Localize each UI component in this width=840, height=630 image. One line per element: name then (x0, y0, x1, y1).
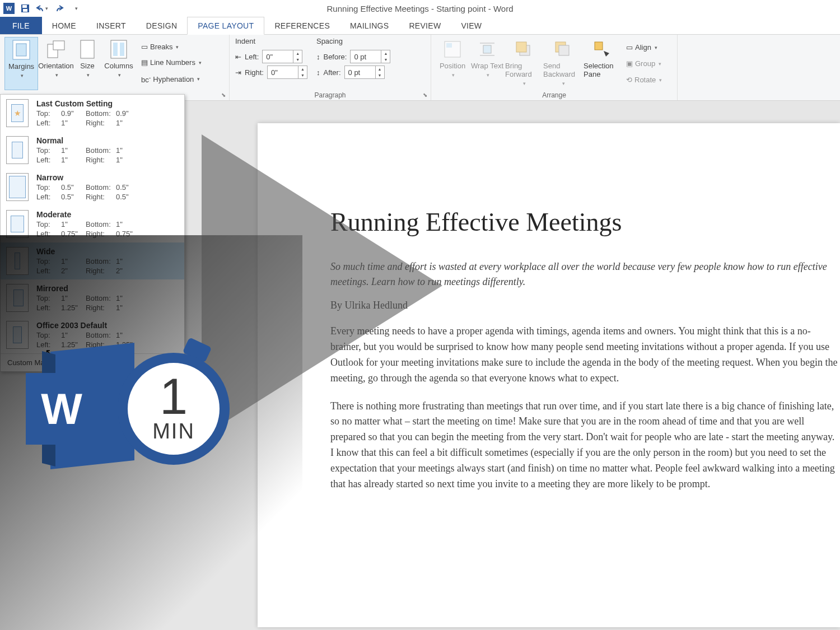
save-icon[interactable] (19, 2, 31, 15)
indent-label: Indent (235, 37, 307, 45)
margin-option-mirrored[interactable]: MirroredTop:1"Bottom:1"Left:1.25"Right:1… (1, 279, 184, 316)
svg-rect-4 (16, 44, 26, 56)
margins-dropdown[interactable]: ★Last Custom SettingTop:0.9"Bottom:0.9"L… (0, 94, 185, 372)
qat-customize[interactable]: ▾ (69, 2, 82, 15)
svg-rect-2 (23, 9, 27, 12)
rotate-icon: ⟲ (626, 76, 632, 84)
spacing-after-input[interactable]: 0 pt▲▼ (344, 66, 385, 79)
position-button[interactable]: Position▾ (436, 37, 469, 90)
paragraph-launcher[interactable]: ⬊ (423, 92, 427, 98)
group-label-paragraph: Paragraph (235, 90, 425, 99)
redo-button[interactable] (53, 2, 65, 15)
hyphenation-icon: bc- (141, 74, 151, 84)
breaks-button[interactable]: ▭Breaks▾ (139, 41, 204, 52)
svg-rect-1 (22, 5, 27, 8)
svg-rect-6 (53, 41, 64, 50)
line-numbers-button[interactable]: ▤Line Numbers▾ (139, 57, 204, 68)
send-backward-button[interactable]: Send Backward▾ (543, 37, 582, 90)
margin-option-moderate[interactable]: ModerateTop:1"Bottom:1"Left:0.75"Right:0… (1, 206, 184, 242)
tab-mailings[interactable]: MAILINGS (340, 17, 399, 34)
orientation-button[interactable]: Orientation▾ (39, 37, 73, 90)
hyphenation-button[interactable]: bc-Hyphenation▾ (139, 73, 204, 85)
indent-left-icon: ⇤ (235, 53, 241, 61)
tab-design[interactable]: DESIGN (136, 17, 187, 34)
svg-rect-17 (516, 42, 526, 52)
svg-rect-19 (559, 45, 569, 55)
group-icon: ▣ (626, 59, 633, 68)
doc-heading: Running Effective Meetings (330, 207, 840, 237)
indent-right-icon: ⇥ (235, 68, 241, 77)
indent-left-input[interactable]: 0"▲▼ (262, 50, 302, 63)
columns-button[interactable]: Columns▾ (102, 37, 136, 90)
align-button[interactable]: ▭Align▾ (624, 42, 664, 53)
ribbon: Margins▾ Orientation▾ Size▾ Columns▾ ▭Br… (0, 35, 840, 101)
ribbon-tabs: FILE HOME INSERT DESIGN PAGE LAYOUT REFE… (0, 17, 840, 35)
line-numbers-icon: ▤ (141, 58, 148, 67)
spacing-before-icon: ↕ (316, 53, 320, 61)
page[interactable]: Running Effective Meetings So much time … (258, 123, 840, 627)
spacing-before-input[interactable]: 0 pt▲▼ (350, 50, 390, 63)
margin-option-normal[interactable]: NormalTop:1"Bottom:1"Left:1"Right:1" (1, 132, 184, 169)
position-icon (442, 39, 463, 59)
send-backward-icon (553, 39, 573, 59)
spacing-label: Spacing (316, 37, 390, 45)
margin-option-last-custom-setting[interactable]: ★Last Custom SettingTop:0.9"Bottom:0.9"L… (1, 95, 184, 132)
size-button[interactable]: Size▾ (74, 37, 101, 90)
svg-rect-20 (595, 42, 603, 50)
margins-button[interactable]: Margins▾ (4, 37, 38, 90)
svg-rect-13 (483, 45, 491, 53)
spacing-after-icon: ↕ (316, 68, 320, 77)
tab-review[interactable]: REVIEW (399, 17, 451, 34)
pagesetup-launcher[interactable]: ⬊ (221, 92, 226, 98)
tab-file[interactable]: FILE (0, 17, 42, 34)
tab-page-layout[interactable]: PAGE LAYOUT (187, 17, 264, 35)
size-icon (77, 39, 97, 59)
tab-home[interactable]: HOME (42, 17, 86, 34)
margin-option-narrow[interactable]: NarrowTop:0.5"Bottom:0.5"Left:0.5"Right:… (1, 169, 184, 206)
document-title: Running Effective Meetings - Starting po… (327, 4, 514, 13)
group-button[interactable]: ▣Group▾ (624, 58, 664, 69)
svg-rect-10 (120, 43, 124, 56)
tab-insert[interactable]: INSERT (86, 17, 136, 34)
doc-paragraph-1: Every meeting needs to have a proper age… (330, 324, 840, 386)
before-label: Before: (323, 53, 347, 61)
bring-forward-button[interactable]: Bring Forward▾ (505, 37, 542, 90)
doc-byline: By Ulrika Hedlund (330, 300, 840, 311)
undo-button[interactable]: ▾ (36, 2, 48, 15)
group-label-arrange: Arrange (436, 90, 673, 99)
wrap-text-button[interactable]: Wrap Text▾ (470, 37, 504, 90)
orientation-icon (46, 39, 66, 59)
svg-rect-7 (81, 40, 94, 58)
columns-icon (109, 39, 129, 59)
svg-rect-9 (113, 43, 118, 56)
right-label: Right: (245, 68, 264, 77)
after-label: After: (323, 68, 340, 77)
align-icon: ▭ (626, 43, 633, 52)
selection-pane-button[interactable]: Selection Pane (584, 37, 620, 90)
stopwatch-icon: 1 MIN (118, 347, 235, 465)
margin-option-wide[interactable]: WideTop:1"Bottom:1"Left:2"Right:2" (1, 242, 184, 279)
titlebar: W ▾ ▾ Running Effective Meetings - Start… (0, 0, 840, 17)
breaks-icon: ▭ (141, 43, 148, 51)
selection-pane-icon (592, 39, 612, 59)
tab-references[interactable]: REFERENCES (264, 17, 340, 34)
left-label: Left: (245, 53, 259, 61)
doc-paragraph-2: There is nothing more frustrating than m… (330, 399, 840, 492)
svg-rect-12 (446, 43, 452, 48)
margins-icon (11, 40, 31, 60)
word-app-icon: W (3, 3, 15, 14)
bring-forward-icon (514, 39, 534, 59)
tab-view[interactable]: VIEW (451, 17, 492, 34)
wrap-text-icon (477, 39, 497, 59)
doc-intro: So much time and effort is wasted at eve… (330, 259, 840, 290)
rotate-button[interactable]: ⟲Rotate▾ (624, 74, 664, 85)
video-badge: W 1 MIN (22, 342, 235, 470)
indent-right-input[interactable]: 0"▲▼ (267, 66, 307, 79)
